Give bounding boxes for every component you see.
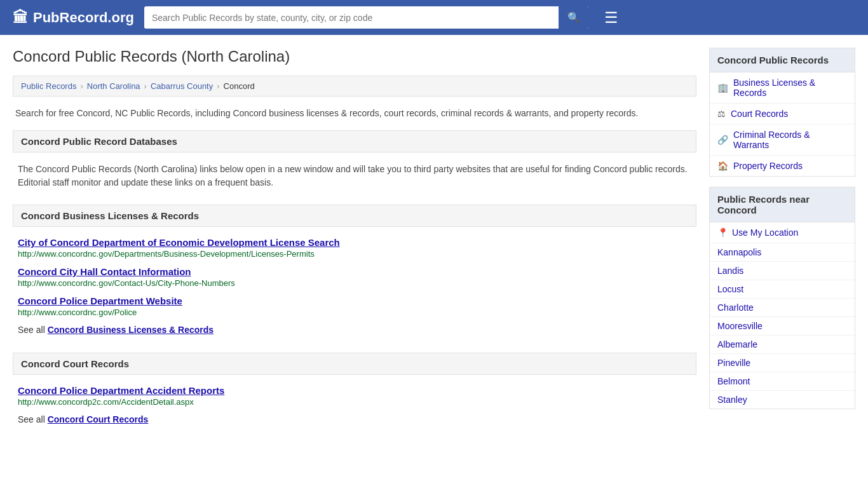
court-content: Concord Police Department Accident Repor…: [13, 383, 696, 437]
content-area: Concord Public Records (North Carolina) …: [13, 48, 696, 442]
sidebar-business-label: Business Licenses & Records: [733, 78, 847, 98]
business-see-all-link[interactable]: Concord Business Licenses & Records: [48, 325, 214, 335]
business-url-1: http://www.concordnc.gov/Departments/Bus…: [18, 249, 691, 259]
sidebar-nearby-title: Public Records near Concord: [710, 187, 855, 222]
court-see-all-link[interactable]: Concord Court Records: [48, 414, 149, 424]
breadcrumb-sep-2: ›: [144, 81, 147, 91]
breadcrumb-sep-1: ›: [80, 81, 83, 91]
sidebar-item-business[interactable]: 🏢 Business Licenses & Records: [710, 72, 855, 104]
business-see-all-prefix: See all: [18, 325, 48, 335]
business-icon: 🏢: [717, 83, 728, 93]
databases-header: Concord Public Record Databases: [13, 130, 696, 152]
logo-icon: 🏛: [13, 9, 28, 27]
sidebar-item-court[interactable]: ⚖ Court Records: [710, 104, 855, 125]
search-input[interactable]: [144, 8, 559, 28]
breadcrumb-north-carolina[interactable]: North Carolina: [87, 81, 140, 91]
page-description: Search for free Concord, NC Public Recor…: [13, 107, 696, 120]
nearby-city-mooresville[interactable]: Mooresville: [710, 317, 855, 336]
use-location-label: Use My Location: [732, 227, 798, 238]
business-header: Concord Business Licenses & Records: [13, 205, 696, 227]
databases-section: Concord Public Record Databases The Conc…: [13, 130, 696, 200]
breadcrumb: Public Records › North Carolina › Cabarr…: [13, 76, 696, 97]
hamburger-icon: ☰: [604, 9, 618, 26]
breadcrumb-concord: Concord: [224, 81, 255, 91]
business-link-2[interactable]: Concord City Hall Contact Information: [18, 266, 691, 277]
nearby-city-locust[interactable]: Locust: [710, 280, 855, 299]
sidebar-property-label: Property Records: [733, 161, 803, 171]
court-link-1[interactable]: Concord Police Department Accident Repor…: [18, 385, 691, 396]
criminal-icon: 🔗: [717, 135, 728, 145]
sidebar-public-records-title: Concord Public Records: [710, 48, 855, 72]
business-content: City of Concord Department of Economic D…: [13, 234, 696, 348]
main-container: Concord Public Records (North Carolina) …: [0, 35, 868, 442]
nearby-city-pineville[interactable]: Pineville: [710, 354, 855, 372]
nearby-city-stanley[interactable]: Stanley: [710, 391, 855, 409]
location-icon: 📍: [717, 227, 728, 238]
court-see-all-prefix: See all: [18, 414, 48, 424]
sidebar-court-label: Court Records: [731, 109, 788, 119]
nearby-city-kannapolis[interactable]: Kannapolis: [710, 243, 855, 262]
search-button[interactable]: 🔍: [559, 6, 589, 29]
business-see-all: See all Concord Business Licenses & Reco…: [18, 325, 691, 335]
business-url-3: http://www.concordnc.gov/Police: [18, 308, 691, 317]
court-url-1: http://www.concordp2c.com/AccidentDetail…: [18, 397, 691, 407]
business-section: Concord Business Licenses & Records City…: [13, 205, 696, 348]
sidebar-nearby-box: Public Records near Concord 📍 Use My Loc…: [709, 187, 855, 409]
business-link-3[interactable]: Concord Police Department Website: [18, 295, 691, 306]
site-logo[interactable]: 🏛 PubRecord.org: [13, 9, 134, 27]
nearby-city-landis[interactable]: Landis: [710, 262, 855, 280]
nearby-city-charlotte[interactable]: Charlotte: [710, 299, 855, 317]
breadcrumb-sep-3: ›: [217, 81, 219, 91]
breadcrumb-cabarrus-county[interactable]: Cabarrus County: [151, 81, 213, 91]
sidebar-item-criminal[interactable]: 🔗 Criminal Records & Warrants: [710, 125, 855, 156]
site-header: 🏛 PubRecord.org 🔍 ☰: [0, 0, 868, 35]
search-bar: 🔍: [144, 6, 589, 29]
nearby-city-albemarle[interactable]: Albemarle: [710, 336, 855, 354]
search-icon: 🔍: [567, 12, 580, 23]
page-title: Concord Public Records (North Carolina): [13, 48, 696, 65]
business-link-1[interactable]: City of Concord Department of Economic D…: [18, 237, 691, 248]
nearby-city-belmont[interactable]: Belmont: [710, 372, 855, 391]
business-url-2: http://www.concordnc.gov/Contact-Us/City…: [18, 278, 691, 288]
court-icon: ⚖: [717, 109, 726, 119]
databases-description: The Concord Public Records (North Caroli…: [18, 163, 691, 189]
breadcrumb-public-records[interactable]: Public Records: [21, 81, 76, 91]
sidebar-criminal-label: Criminal Records & Warrants: [733, 130, 847, 150]
menu-button[interactable]: ☰: [604, 9, 618, 27]
use-location-button[interactable]: 📍 Use My Location: [710, 222, 855, 243]
sidebar: Concord Public Records 🏢 Business Licens…: [709, 48, 855, 442]
court-see-all: See all Concord Court Records: [18, 414, 691, 424]
property-icon: 🏠: [717, 161, 728, 171]
sidebar-public-records-box: Concord Public Records 🏢 Business Licens…: [709, 48, 855, 177]
court-header: Concord Court Records: [13, 353, 696, 375]
logo-text: PubRecord.org: [33, 10, 134, 26]
court-section: Concord Court Records Concord Police Dep…: [13, 353, 696, 437]
sidebar-item-property[interactable]: 🏠 Property Records: [710, 156, 855, 176]
databases-content: The Concord Public Records (North Caroli…: [13, 160, 696, 200]
